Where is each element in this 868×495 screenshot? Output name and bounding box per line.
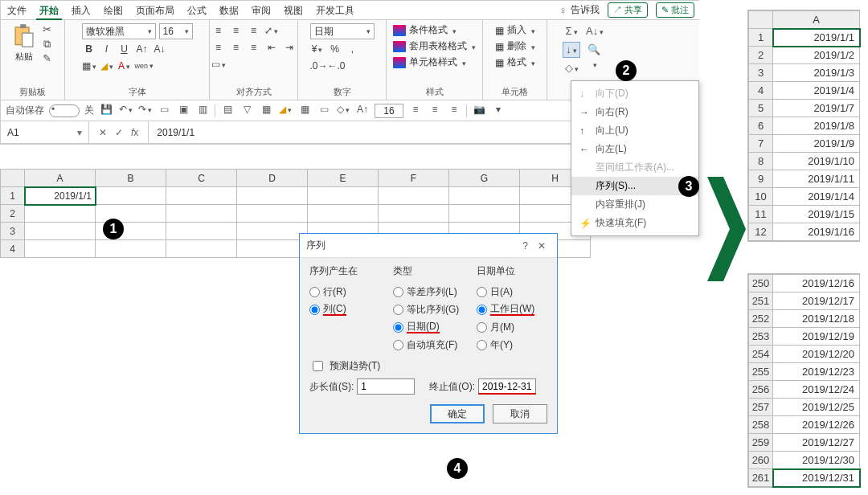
fill-left-item[interactable]: ←向左(L) (571, 140, 698, 158)
row-header-3[interactable]: 3 (1, 223, 25, 240)
bold-button[interactable]: B (82, 42, 96, 56)
tab-developer[interactable]: 开发工具 (309, 1, 361, 20)
result-row-header[interactable]: 8 (749, 153, 773, 170)
qat-more-icon[interactable]: ▾ (491, 104, 506, 118)
result-row-header[interactable]: 258 (749, 416, 773, 434)
result-cell[interactable]: 2019/1/4 (773, 82, 860, 100)
cancel-button[interactable]: 取消 (493, 404, 547, 423)
decrease-dec-button[interactable]: ←.0 (328, 59, 342, 73)
col-header-c[interactable]: C (166, 170, 237, 187)
result-col-a[interactable]: A (773, 11, 860, 29)
share-button[interactable]: ↗ 共享 (608, 2, 648, 18)
result-cell[interactable]: 2019/12/16 (773, 275, 860, 292)
result-cell[interactable]: 2019/12/18 (773, 310, 860, 328)
save-icon[interactable]: 💾 (99, 104, 113, 118)
result-row-header[interactable]: 252 (749, 310, 773, 328)
tab-draw[interactable]: 绘图 (97, 1, 129, 20)
qat-icon-2[interactable]: ▣ (176, 104, 190, 118)
unit-year-radio[interactable]: 年(Y) (477, 336, 547, 354)
fill-across-item[interactable]: 至同组工作表(A)... (571, 158, 698, 177)
decrease-font-button[interactable]: A↓ (153, 42, 167, 56)
font-size-select[interactable]: 16 (159, 23, 193, 39)
qat-fill-icon[interactable]: ◢ (278, 104, 293, 118)
result-row-header[interactable]: 250 (749, 275, 773, 292)
qat-camera-icon[interactable]: 📷 (472, 104, 486, 118)
result-row-header[interactable]: 1 (749, 29, 773, 47)
series-col-radio[interactable]: 列(C) (309, 301, 380, 318)
result-cell[interactable]: 2019/12/25 (773, 399, 860, 416)
trend-checkbox[interactable]: 预测趋势(T) (309, 358, 547, 374)
delete-cells-button[interactable]: ▦ 删除 (495, 39, 535, 53)
unit-weekday-radio[interactable]: 工作日(W) (477, 301, 547, 318)
result-row-header[interactable]: 251 (749, 292, 773, 310)
autosave-toggle[interactable] (49, 104, 80, 117)
align-left-button[interactable]: ≡ (211, 40, 226, 55)
border-button[interactable]: ▦ (82, 59, 96, 73)
col-header-d[interactable]: D (237, 170, 308, 187)
clear-button[interactable]: ◇ (563, 60, 580, 76)
result-row-header[interactable]: 253 (749, 328, 773, 346)
result-cell[interactable]: 2019/1/16 (773, 223, 860, 241)
row-header-2[interactable]: 2 (1, 205, 25, 223)
qat-clear-icon[interactable]: ◇ (336, 104, 350, 118)
type-date-radio[interactable]: 日期(D) (393, 318, 464, 336)
result-row-header[interactable]: 257 (749, 399, 773, 416)
align-middle-button[interactable]: ≡ (229, 23, 244, 38)
result-cell[interactable]: 2019/1/2 (773, 47, 860, 64)
font-color-button[interactable]: A (117, 59, 132, 73)
result-row-header[interactable]: 11 (749, 206, 773, 223)
flash-fill-item[interactable]: ⚡快速填充(F) (571, 214, 698, 232)
result-row-header[interactable]: 261 (749, 469, 773, 487)
tab-home[interactable]: 开始 (33, 1, 65, 20)
comment-button[interactable]: ✎ 批注 (656, 2, 694, 18)
row-header-1[interactable]: 1 (1, 187, 25, 205)
name-box[interactable]: A1▾ (1, 121, 89, 143)
result-row-header[interactable]: 7 (749, 135, 773, 153)
result-row-header[interactable]: 260 (749, 452, 773, 469)
tab-file[interactable]: 文件 (1, 1, 33, 20)
result-cell[interactable]: 2019/12/31 (773, 469, 860, 487)
fill-down-item[interactable]: ↓向下(D) (571, 84, 698, 103)
cell-styles-button[interactable]: 单元格样式 (393, 55, 466, 69)
autosum-button[interactable]: Σ (563, 23, 580, 39)
qat-merge-icon[interactable]: ▭ (317, 104, 331, 118)
result-cell[interactable]: 2019/1/11 (773, 170, 860, 188)
result-cell[interactable]: 2019/12/27 (773, 434, 860, 452)
tab-view[interactable]: 视图 (277, 1, 309, 20)
tab-review[interactable]: 审阅 (245, 1, 277, 20)
tab-page-layout[interactable]: 页面布局 (129, 1, 181, 20)
increase-font-button[interactable]: A↑ (135, 42, 149, 56)
find-select-button[interactable]: 🔍 (585, 42, 603, 58)
number-format-select[interactable]: 日期 (310, 23, 375, 39)
result-row-header[interactable]: 6 (749, 117, 773, 135)
col-header-a[interactable]: A (25, 170, 96, 187)
result-cell[interactable]: 2019/12/17 (773, 292, 860, 310)
result-row-header[interactable]: 254 (749, 346, 773, 363)
unit-day-radio[interactable]: 日(A) (477, 283, 547, 301)
result-cell[interactable]: 2019/12/30 (773, 452, 860, 469)
result-row-header[interactable]: 4 (749, 82, 773, 100)
result-row-header[interactable]: 3 (749, 64, 773, 82)
tab-insert[interactable]: 插入 (65, 1, 97, 20)
unit-month-radio[interactable]: 月(M) (477, 318, 547, 336)
result-cell[interactable]: 2019/1/14 (773, 188, 860, 206)
result-cell[interactable]: 2019/1/15 (773, 206, 860, 223)
series-row-radio[interactable]: 行(R) (309, 283, 380, 301)
increase-dec-button[interactable]: .0→ (310, 59, 325, 73)
col-header-e[interactable]: E (308, 170, 379, 187)
col-header-f[interactable]: F (379, 170, 449, 187)
copy-icon[interactable]: ⧉ (41, 38, 54, 51)
result-cell[interactable]: 2019/1/7 (773, 100, 860, 117)
cancel-edit-icon[interactable]: ✕ (99, 127, 107, 138)
step-value-input[interactable] (357, 378, 415, 395)
result-cell[interactable]: 2019/1/1 (773, 29, 860, 47)
row-header-4[interactable]: 4 (1, 240, 25, 258)
result-corner[interactable] (749, 11, 773, 29)
result-cell[interactable]: 2019/1/3 (773, 64, 860, 82)
dialog-help-icon[interactable]: ? (518, 240, 533, 252)
result-row-header[interactable]: 12 (749, 223, 773, 241)
indent-dec-button[interactable]: ⇤ (264, 40, 279, 55)
result-cell[interactable]: 2019/12/26 (773, 416, 860, 434)
type-autofill-radio[interactable]: 自动填充(F) (393, 336, 464, 354)
col-header-b[interactable]: B (96, 170, 166, 187)
